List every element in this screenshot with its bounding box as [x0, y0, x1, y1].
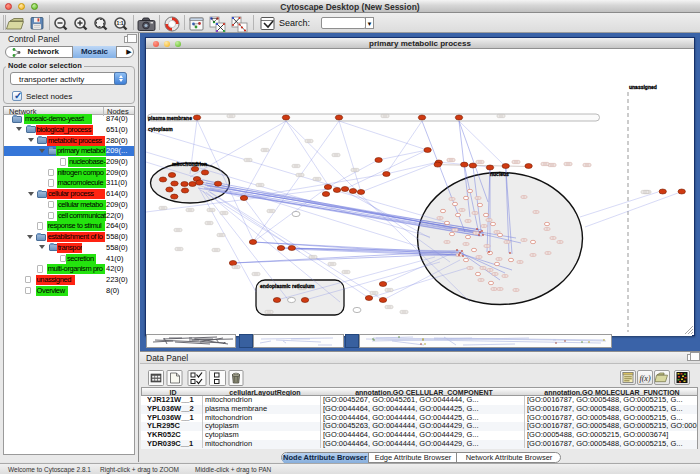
svg-text:mitochondrion: mitochondrion	[172, 161, 207, 167]
svg-text:nucleus: nucleus	[490, 171, 509, 177]
svg-text:cytoplasm: cytoplasm	[148, 126, 173, 132]
svg-text:1:1: 1:1	[116, 20, 123, 26]
svg-text:plasma membrane: plasma membrane	[148, 115, 192, 121]
svg-text:f(x): f(x)	[639, 374, 650, 383]
svg-text:endoplasmic reticulum: endoplasmic reticulum	[260, 283, 315, 289]
svg-text:unassigned: unassigned	[629, 84, 657, 90]
